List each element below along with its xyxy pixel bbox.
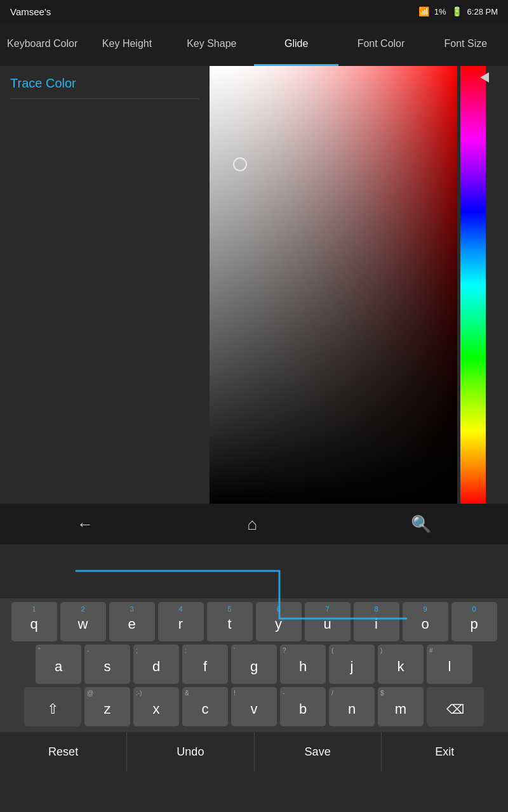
key-i[interactable]: 8 i <box>354 602 399 641</box>
key-o[interactable]: 9 o <box>403 602 448 641</box>
battery-icon: 🔋 <box>451 6 462 16</box>
key-r-letter: r <box>178 616 183 632</box>
key-s-letter: s <box>104 658 111 675</box>
left-panel: Trace Color <box>0 66 210 504</box>
key-i-number: 8 <box>354 605 399 613</box>
key-v-letter: v <box>251 701 258 717</box>
color-picker-thumb[interactable] <box>233 157 247 171</box>
key-t[interactable]: 5 t <box>207 602 253 641</box>
color-gradient[interactable] <box>210 66 457 504</box>
key-q-letter: q <box>30 616 37 632</box>
key-n-sub: / <box>331 690 333 697</box>
key-g-sub: ' <box>234 647 235 654</box>
key-u-number: 7 <box>305 605 351 613</box>
key-j-letter: j <box>351 658 354 675</box>
key-a[interactable]: " a <box>36 645 81 684</box>
key-f[interactable]: : f <box>182 645 228 684</box>
tab-font-size[interactable]: Font Size <box>424 23 508 66</box>
wifi-icon: 📶 <box>418 6 429 16</box>
key-l-sub: # <box>429 647 433 654</box>
keyboard-row-2: " a - s ; d : f ' g <box>3 645 505 684</box>
key-x-letter: x <box>153 701 160 717</box>
hue-strip[interactable] <box>460 66 486 504</box>
main-content: Trace Color <box>0 66 508 504</box>
key-c-sub: & <box>185 690 189 697</box>
key-e[interactable]: 3 e <box>109 602 155 641</box>
status-bar-right: 📶 1% 🔋 6:28 PM <box>418 6 498 16</box>
key-w[interactable]: 2 w <box>60 602 106 641</box>
tab-font-color[interactable]: Font Color <box>338 23 423 66</box>
key-k-sub: ) <box>380 647 382 654</box>
reset-button[interactable]: Reset <box>0 732 127 771</box>
key-e-letter: e <box>128 616 135 632</box>
key-x[interactable]: :-) x <box>133 687 179 726</box>
home-button[interactable]: ⌂ <box>247 514 257 534</box>
app-name: Vamsee's <box>10 6 51 17</box>
undo-button[interactable]: Undo <box>127 732 254 771</box>
key-s[interactable]: - s <box>84 645 130 684</box>
tab-key-height[interactable]: Key Height <box>84 23 169 66</box>
tab-keyboard-color[interactable]: Keyboard Color <box>0 23 84 66</box>
key-r[interactable]: 4 r <box>158 602 204 641</box>
trace-color-label: Trace Color <box>10 76 199 91</box>
key-a-letter: a <box>55 658 62 675</box>
hue-thumb[interactable] <box>480 72 489 82</box>
key-c-letter: c <box>202 701 209 717</box>
key-h-letter: h <box>299 658 307 675</box>
key-g-letter: g <box>250 658 258 675</box>
key-e-number: 3 <box>109 605 155 613</box>
key-w-letter: w <box>78 616 88 632</box>
key-y-number: 6 <box>256 605 302 613</box>
key-shift[interactable]: ⇧ <box>24 687 81 726</box>
key-z-letter: z <box>104 701 111 717</box>
tab-key-shape[interactable]: Key Shape <box>170 23 254 66</box>
key-q-number: 1 <box>11 605 57 613</box>
key-j[interactable]: ( j <box>329 645 375 684</box>
key-f-letter: f <box>203 658 207 675</box>
key-n[interactable]: / n <box>329 687 375 726</box>
key-q[interactable]: 1 q <box>11 602 57 641</box>
key-d-letter: d <box>152 658 160 675</box>
key-g[interactable]: ' g <box>231 645 277 684</box>
shift-icon: ⇧ <box>47 701 58 717</box>
backspace-icon: ⌫ <box>446 702 464 717</box>
key-p[interactable]: 0 p <box>451 602 497 641</box>
keyboard-section: 1 q 2 w 3 e 4 r 5 t <box>0 598 508 771</box>
hue-slider[interactable] <box>457 66 489 504</box>
key-d[interactable]: ; d <box>133 645 179 684</box>
key-z-sub: @ <box>87 690 93 697</box>
key-s-sub: - <box>87 647 89 654</box>
key-h[interactable]: ? h <box>280 645 326 684</box>
status-bar: Vamsee's 📶 1% 🔋 6:28 PM <box>0 0 508 23</box>
key-k[interactable]: ) k <box>378 645 424 684</box>
key-u[interactable]: 7 u <box>305 602 351 641</box>
key-t-letter: t <box>227 616 231 632</box>
key-c[interactable]: & c <box>182 687 228 726</box>
key-a-sub: " <box>38 647 41 654</box>
save-button[interactable]: Save <box>255 732 382 771</box>
key-backspace[interactable]: ⌫ <box>427 687 484 726</box>
key-u-letter: u <box>323 616 331 632</box>
key-x-sub: :-) <box>136 690 142 697</box>
exit-button[interactable]: Exit <box>382 732 508 771</box>
tab-glide[interactable]: Glide <box>254 23 338 66</box>
key-m[interactable]: $ m <box>378 687 424 726</box>
color-picker-area[interactable] <box>210 66 508 504</box>
search-button[interactable]: 🔍 <box>411 514 431 534</box>
action-bar: Reset Undo Save Exit <box>0 732 508 771</box>
back-button[interactable]: ← <box>77 514 93 534</box>
key-h-sub: ? <box>283 647 286 654</box>
key-m-letter: m <box>395 701 406 717</box>
key-y[interactable]: 6 y <box>256 602 302 641</box>
key-z[interactable]: @ z <box>84 687 130 726</box>
key-l-letter: l <box>448 658 451 675</box>
key-v-sub: ! <box>234 690 236 697</box>
key-l[interactable]: # l <box>427 645 472 684</box>
keyboard: 1 q 2 w 3 e 4 r 5 t <box>0 598 508 732</box>
key-v[interactable]: ! v <box>231 687 277 726</box>
key-p-letter: p <box>470 616 478 632</box>
clock: 6:28 PM <box>467 7 498 16</box>
key-b[interactable]: - b <box>280 687 326 726</box>
key-n-letter: n <box>348 701 356 717</box>
key-y-letter: y <box>275 616 282 632</box>
